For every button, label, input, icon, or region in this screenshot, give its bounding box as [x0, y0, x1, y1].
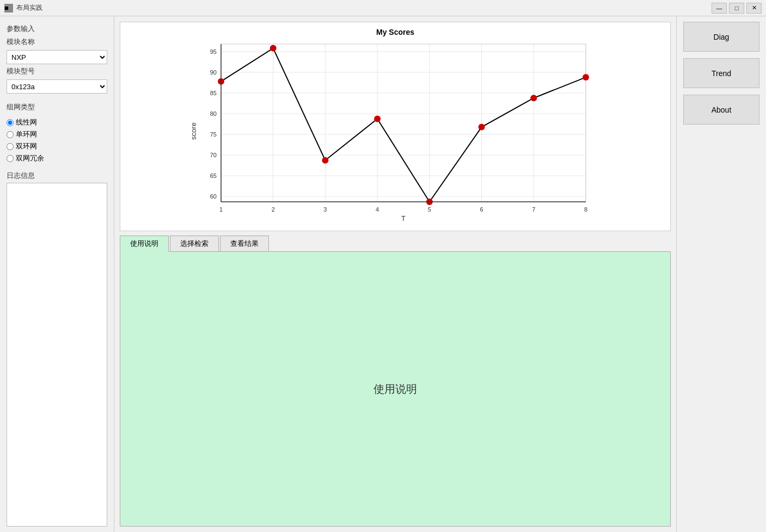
- tab-bar: 使用说明 选择检索 查看结果: [120, 236, 671, 252]
- svg-text:95: 95: [210, 48, 217, 55]
- svg-text:5: 5: [428, 206, 431, 213]
- titlebar: ■ 布局实践 — □ ✕: [0, 0, 766, 16]
- radio-double[interactable]: 双环网: [7, 141, 107, 151]
- svg-text:3: 3: [323, 206, 327, 213]
- svg-text:7: 7: [532, 206, 535, 213]
- chart-svg: 60 65 70 75 80 85 90 95 1 2 3 4 5 6 7: [126, 39, 665, 224]
- network-type-group: 线性网 单环网 双环网 双网冗余: [7, 117, 107, 163]
- svg-text:60: 60: [210, 193, 217, 200]
- tab-usage[interactable]: 使用说明: [120, 236, 169, 252]
- tabs-container: 使用说明 选择检索 查看结果: [120, 236, 671, 252]
- center-content: My Scores: [114, 16, 676, 532]
- tab-content-text: 使用说明: [373, 382, 417, 397]
- log-label: 日志信息: [7, 171, 107, 181]
- svg-text:90: 90: [210, 69, 217, 76]
- svg-text:T: T: [401, 214, 406, 222]
- data-point-4: [374, 115, 381, 122]
- chart-wrapper: 60 65 70 75 80 85 90 95 1 2 3 4 5 6 7: [126, 39, 665, 225]
- module-name-select[interactable]: NXP: [7, 50, 107, 64]
- minimize-button[interactable]: —: [712, 3, 727, 14]
- trend-button[interactable]: Trend: [683, 58, 759, 88]
- maximize-button[interactable]: □: [729, 3, 744, 14]
- diag-button[interactable]: Diag: [683, 22, 759, 52]
- app-icon: ■: [4, 4, 13, 13]
- chart-container: My Scores: [120, 22, 671, 231]
- data-point-3: [322, 157, 328, 164]
- module-name-label: 模块名称: [7, 37, 107, 47]
- chart-title: My Scores: [126, 28, 665, 36]
- svg-text:85: 85: [210, 90, 217, 96]
- network-type-label: 组网类型: [7, 102, 107, 112]
- svg-text:65: 65: [210, 172, 217, 179]
- tab-results[interactable]: 查看结果: [220, 236, 269, 251]
- data-point-7: [530, 95, 537, 101]
- svg-text:1: 1: [219, 206, 223, 213]
- titlebar-controls[interactable]: — □ ✕: [712, 3, 762, 14]
- svg-text:score: score: [189, 122, 198, 140]
- log-section: 日志信息: [7, 166, 107, 527]
- radio-redundant[interactable]: 双网冗余: [7, 153, 107, 163]
- left-sidebar: 参数输入 模块名称 NXP 模块型号 0x123a 组网类型 线性网 单环网 双…: [0, 16, 114, 532]
- data-point-8: [583, 74, 589, 81]
- svg-text:70: 70: [210, 152, 217, 158]
- svg-text:80: 80: [210, 110, 217, 117]
- svg-text:2: 2: [272, 206, 275, 213]
- titlebar-title: 布局实践: [16, 3, 42, 13]
- module-model-select[interactable]: 0x123a: [7, 79, 107, 94]
- svg-text:8: 8: [584, 206, 587, 213]
- main-container: 参数输入 模块名称 NXP 模块型号 0x123a 组网类型 线性网 单环网 双…: [0, 16, 766, 532]
- svg-text:6: 6: [480, 206, 483, 213]
- close-button[interactable]: ✕: [746, 3, 762, 14]
- radio-linear[interactable]: 线性网: [7, 117, 107, 127]
- data-point-2: [270, 45, 277, 52]
- svg-text:4: 4: [376, 206, 379, 213]
- module-model-label: 模块型号: [7, 66, 107, 76]
- tab-search[interactable]: 选择检索: [170, 236, 219, 251]
- svg-rect-0: [221, 44, 586, 202]
- data-point-6: [479, 124, 485, 131]
- log-textarea[interactable]: [7, 183, 107, 527]
- radio-single[interactable]: 单环网: [7, 129, 107, 139]
- right-sidebar: Diag Trend About: [676, 16, 766, 532]
- sidebar-params: 参数输入 模块名称 NXP 模块型号 0x123a 组网类型 线性网 单环网 双…: [7, 22, 107, 163]
- params-title: 参数输入: [7, 24, 107, 34]
- svg-text:75: 75: [210, 131, 217, 138]
- about-button[interactable]: About: [683, 95, 759, 125]
- titlebar-left: ■ 布局实践: [4, 3, 42, 13]
- tab-content-area: 使用说明 选择检索 查看结果 使用说明: [120, 236, 671, 527]
- tab-active-content: 使用说明: [120, 252, 671, 527]
